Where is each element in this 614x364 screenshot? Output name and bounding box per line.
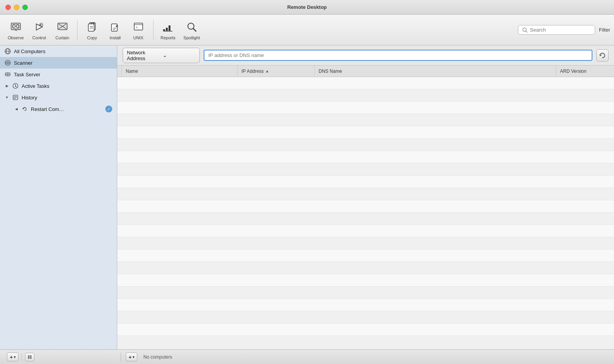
restart-com-label: Restart Com…	[31, 106, 64, 112]
active-tasks-disclosure[interactable]: ▶	[5, 84, 9, 88]
scanner-label: Scanner	[14, 60, 32, 66]
active-tasks-icon	[12, 83, 19, 89]
sidebar-item-task-server[interactable]: Task Server	[0, 69, 117, 80]
table-row	[117, 126, 614, 139]
toolbar-group-left: Observe Control	[4, 16, 204, 44]
curtain-label: Curtain	[56, 35, 69, 40]
svg-rect-23	[166, 28, 168, 31]
table-header: Name IP Address ▲ DNS Name ARD Version	[117, 65, 614, 77]
columns-icon	[27, 354, 32, 360]
observe-icon	[9, 20, 23, 34]
task-server-icon	[5, 71, 11, 77]
svg-rect-17	[111, 24, 117, 31]
table-row	[117, 262, 614, 274]
all-computers-icon	[5, 48, 11, 54]
maximize-button[interactable]	[22, 5, 28, 10]
table-row	[117, 213, 614, 225]
refresh-icon	[599, 52, 606, 59]
table-row	[117, 237, 614, 250]
network-dropdown[interactable]: Network Address ⌄	[123, 48, 200, 63]
status-bar: + ▾ + ▾ No computers	[0, 349, 614, 364]
sidebar-item-active-tasks[interactable]: ▶ Active Tasks	[0, 80, 117, 92]
network-dropdown-label: Network Address	[127, 50, 160, 61]
restart-com-icon	[22, 106, 28, 112]
content-bottom-bar: + ▾ No computers	[121, 352, 610, 361]
copy-icon	[85, 20, 99, 34]
reports-label: Reports	[160, 35, 175, 40]
search-box[interactable]	[518, 25, 595, 35]
search-icon	[522, 27, 528, 33]
table-row	[117, 274, 614, 287]
scanner-icon	[5, 60, 11, 66]
title-bar: Remote Desktop	[0, 0, 614, 15]
sidebar-bottom-sep	[22, 353, 22, 361]
svg-line-30	[526, 31, 528, 32]
refresh-button[interactable]	[596, 49, 609, 62]
add-icon: +	[10, 354, 13, 360]
history-label: History	[22, 95, 37, 101]
sidebar-cols-button[interactable]	[25, 353, 34, 361]
restart-com-badge: ✓	[105, 106, 112, 112]
curtain-icon	[56, 20, 69, 34]
unix-label: UNIX	[133, 35, 143, 40]
content-area: Network Address ⌄ Name IP Address ▲	[117, 45, 614, 349]
dropdown-arrow-icon: ⌄	[163, 52, 196, 58]
copy-button[interactable]: Copy	[81, 16, 104, 44]
sidebar: All Computers Scanner	[0, 45, 117, 349]
svg-point-40	[7, 74, 8, 75]
table-row	[117, 200, 614, 213]
copy-label: Copy	[87, 35, 97, 40]
table-row	[117, 151, 614, 163]
install-button[interactable]: Install	[104, 16, 127, 44]
sidebar-bottom-bar: + ▾	[4, 352, 121, 361]
col-ard-header[interactable]: ARD Version	[556, 65, 614, 77]
table-row	[117, 299, 614, 311]
reports-icon	[161, 20, 175, 34]
svg-rect-25	[163, 29, 165, 31]
observe-button[interactable]: Observe	[4, 16, 28, 44]
spotlight-icon	[185, 20, 199, 34]
install-icon	[108, 20, 122, 34]
toolbar-sep-2	[153, 20, 154, 40]
control-label: Control	[32, 35, 46, 40]
task-server-label: Task Server	[14, 72, 40, 77]
col-ip-header[interactable]: IP Address ▲	[238, 65, 315, 77]
svg-text:>_: >_	[136, 26, 140, 29]
history-icon	[12, 94, 19, 101]
control-button[interactable]: Control	[28, 16, 51, 44]
curtain-button[interactable]: Curtain	[51, 16, 74, 44]
table-row	[117, 225, 614, 237]
sidebar-item-restart-com[interactable]: ◀ Restart Com… ✓	[0, 103, 117, 115]
sidebar-item-scanner[interactable]: Scanner	[0, 57, 117, 69]
traffic-lights	[5, 5, 28, 10]
table-row	[117, 311, 614, 324]
close-button[interactable]	[5, 5, 11, 10]
content-add-icon: +	[128, 354, 132, 360]
spotlight-button[interactable]: Spotlight	[180, 16, 204, 44]
sidebar-item-all-computers[interactable]: All Computers	[0, 45, 117, 57]
observe-label: Observe	[8, 35, 24, 40]
table-row	[117, 250, 614, 262]
sidebar-add-button[interactable]: + ▾	[7, 352, 19, 361]
spotlight-label: Spotlight	[184, 35, 200, 40]
search-input[interactable]	[530, 27, 588, 33]
add-chevron-icon: ▾	[14, 355, 16, 359]
sidebar-item-history[interactable]: ▼ History	[0, 92, 117, 103]
toolbar-sep-1	[77, 20, 78, 40]
reports-button[interactable]: Reports	[157, 16, 180, 44]
content-add-chevron-icon: ▾	[133, 355, 135, 359]
col-dns-header[interactable]: DNS Name	[315, 65, 556, 77]
table-row	[117, 102, 614, 114]
unix-icon: >_	[132, 20, 145, 34]
toolbar: Observe Control	[0, 15, 614, 45]
minimize-button[interactable]	[14, 5, 19, 10]
main-layout: All Computers Scanner	[0, 45, 614, 349]
table-row	[117, 287, 614, 299]
control-icon	[32, 20, 46, 34]
col-name-header[interactable]: Name	[122, 65, 238, 77]
history-disclosure[interactable]: ▼	[5, 95, 9, 100]
content-add-button[interactable]: + ▾	[126, 352, 137, 361]
unix-button[interactable]: >_ UNIX	[127, 16, 150, 44]
table-container: Name IP Address ▲ DNS Name ARD Version	[117, 65, 614, 349]
dns-input[interactable]	[204, 50, 592, 61]
